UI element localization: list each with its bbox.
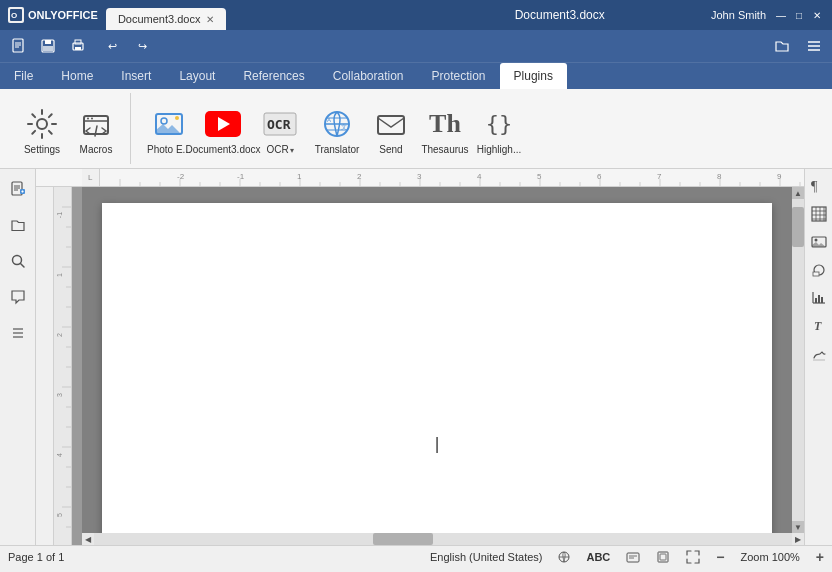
scroll-right-arrow[interactable]: ▶ [792,533,804,545]
menu-right-controls [768,32,828,60]
svg-point-19 [91,118,93,120]
svg-text:-1: -1 [237,172,245,181]
h-scroll-thumb[interactable] [373,533,433,545]
thesaurus-button[interactable]: Th Thesaurus [419,96,471,164]
svg-point-15 [37,119,47,129]
thesaurus-icon: Th [427,106,463,142]
tab-plugins[interactable]: Plugins [500,63,567,89]
shape-settings-icon[interactable] [808,259,830,281]
user-name: John Smith [711,9,766,21]
main-area: L [0,169,832,545]
editor-wrap: L [36,169,804,545]
paragraph-settings-icon[interactable]: ¶ [808,175,830,197]
language-globe-button[interactable] [558,551,570,563]
scroll-track[interactable] [792,199,804,521]
tab-collaboration[interactable]: Collaboration [319,63,418,89]
page-area[interactable]: | [82,187,792,533]
settings-label: Settings [24,144,60,156]
youtube-button[interactable]: Document3.docx [197,96,249,164]
navigation-tabs: File Home Insert Layout References Colla… [0,62,832,89]
app-logo: O ONLYOFFICE [8,7,98,23]
search-icon[interactable] [4,247,32,275]
h-scroll-track[interactable] [94,533,792,545]
vertical-scrollbar[interactable]: ▲ ▼ [792,187,804,533]
svg-rect-144 [660,554,666,560]
settings-icon [24,106,60,142]
settings-button[interactable]: Settings [16,96,68,164]
language-selector[interactable]: English (United States) [430,551,543,563]
tab-protection[interactable]: Protection [418,63,500,89]
svg-rect-11 [75,47,81,50]
list-icon[interactable] [4,319,32,347]
redo-button[interactable]: ↪ [128,32,156,60]
send-button[interactable]: Send [365,96,417,164]
translator-button[interactable]: A 文 Translator [311,96,363,164]
maximize-button[interactable]: □ [792,8,806,22]
undo-redo-group: ↩ ↪ [98,32,156,60]
fit-page-button[interactable] [656,550,670,564]
ribbon-group-plugins: Photo E... Document3.docx OCR OCR ▾ [135,93,533,164]
tab-layout[interactable]: Layout [165,63,229,89]
sidebar-new-icon[interactable] [4,175,32,203]
horizontal-scrollbar[interactable]: ◀ ▶ [82,533,804,545]
sidebar-open-icon[interactable] [4,211,32,239]
print-button[interactable] [64,32,92,60]
youtube-icon [205,106,241,142]
chart-settings-icon[interactable] [808,287,830,309]
signature-settings-icon[interactable] [808,343,830,365]
thesaurus-label: Thesaurus [421,144,468,156]
open-folder-button[interactable] [768,32,796,60]
track-changes-button[interactable] [626,550,640,564]
document-page[interactable]: | [102,203,772,533]
tab-references[interactable]: References [229,63,318,89]
table-settings-icon[interactable] [808,203,830,225]
tab-file[interactable]: File [0,63,47,89]
undo-button[interactable]: ↩ [98,32,126,60]
photo-editor-label: Photo E... [147,144,191,156]
svg-text:3: 3 [417,172,422,181]
spell-check-button[interactable]: ABC [586,551,610,563]
v-ruler-tab [36,187,54,545]
close-button[interactable]: ✕ [810,8,824,22]
v-ruler: -1 1 2 3 4 5 6 [54,187,72,545]
hamburger-button[interactable] [800,32,828,60]
scroll-down-arrow[interactable]: ▼ [792,521,804,533]
macros-label: Macros [80,144,113,156]
translator-label: Translator [315,144,360,156]
scroll-left-arrow[interactable]: ◀ [82,533,94,545]
svg-rect-8 [43,46,53,51]
svg-rect-130 [813,272,819,276]
text-art-settings-icon[interactable]: T [808,315,830,337]
ruler-svg: -2 -1 1 2 3 4 5 6 7 8 9 [100,169,804,187]
comment-icon[interactable] [4,283,32,311]
tab-close-button[interactable]: ✕ [206,14,214,25]
svg-text:-2: -2 [177,172,185,181]
save-button[interactable] [34,32,62,60]
page-info: Page 1 of 1 [8,551,64,563]
document-tab[interactable]: Document3.docx ✕ [106,8,227,30]
macros-button[interactable]: Macros [70,96,122,164]
ocr-button[interactable]: OCR OCR ▾ [251,96,309,164]
scroll-up-arrow[interactable]: ▲ [792,187,804,199]
image-settings-icon[interactable] [808,231,830,253]
minimize-button[interactable]: — [774,8,788,22]
highlight-button[interactable]: {} Highligh... [473,96,525,164]
new-file-button[interactable] [4,32,32,60]
zoom-in-button[interactable]: + [816,549,824,565]
v-ruler-svg: -1 1 2 3 4 5 6 [54,187,72,545]
statusbar: Page 1 of 1 English (United States) ABC … [0,545,832,567]
zoom-out-button[interactable]: − [716,549,724,565]
svg-text:3: 3 [56,393,63,397]
photo-editor-icon [151,106,187,142]
svg-text:O: O [11,11,17,20]
svg-rect-92 [54,187,72,545]
scroll-thumb[interactable] [792,207,804,247]
highlight-label: Highligh... [477,144,521,156]
svg-text:7: 7 [657,172,662,181]
tab-home[interactable]: Home [47,63,107,89]
full-screen-button[interactable] [686,550,700,564]
window-title: Document3.docx [408,8,711,22]
ocr-icon: OCR [262,106,298,142]
tab-insert[interactable]: Insert [107,63,165,89]
svg-text:5: 5 [537,172,542,181]
